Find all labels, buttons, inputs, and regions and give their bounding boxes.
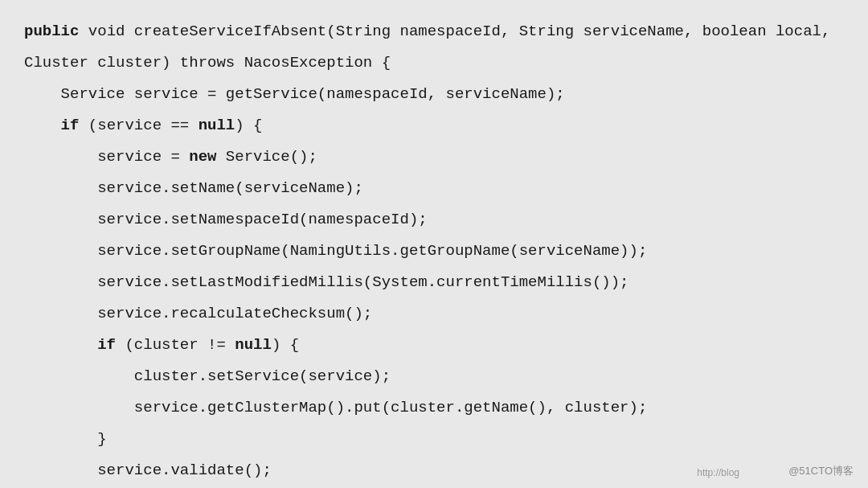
code-block: public void createServiceIfAbsent(String…: [24, 16, 844, 486]
code-container: public void createServiceIfAbsent(String…: [0, 0, 868, 488]
watermark-right: @51CTO博客: [788, 464, 854, 478]
watermark-left: http://blog: [697, 467, 739, 478]
